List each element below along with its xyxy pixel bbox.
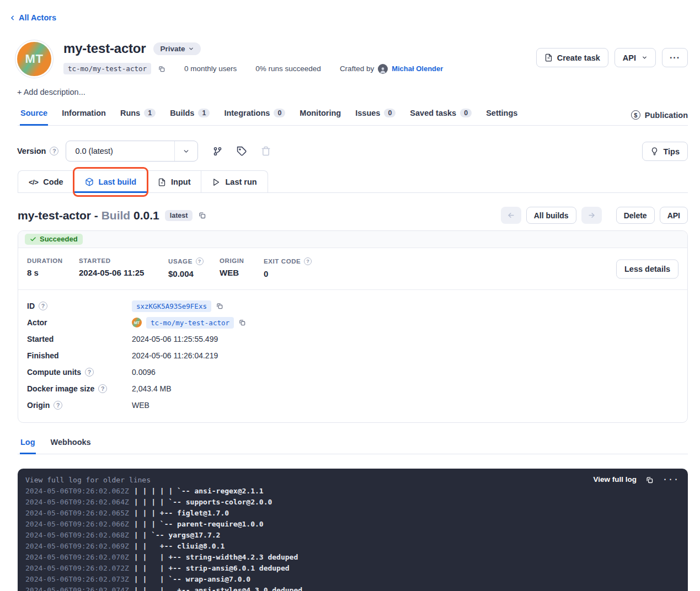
tag-icon[interactable] [237, 146, 247, 157]
delete-build-button[interactable]: Delete [616, 207, 655, 224]
copy-log-icon[interactable] [645, 476, 654, 484]
help-icon[interactable]: ? [50, 147, 58, 155]
stat-label: USAGE? [168, 257, 220, 265]
chevron-down-icon [174, 141, 197, 161]
log-timestamp: 2024-05-06T09:26:02.068Z [25, 530, 129, 541]
log-timestamp: 2024-05-06T09:26:02.066Z [25, 519, 129, 530]
dollar-circle-icon: $ [631, 110, 640, 120]
detail-row-actor: ActorMTtc-mo/my-test-actor [27, 314, 678, 331]
create-task-button[interactable]: Create task [536, 48, 608, 67]
log-message: | | | +-- string-width@4.2.3 deduped [134, 552, 298, 563]
log-timestamp: 2024-05-06T09:26:02.065Z [25, 508, 129, 519]
help-icon[interactable]: ? [196, 257, 204, 265]
tab-label: Source [20, 109, 47, 117]
author-link[interactable]: Michał Olender [392, 65, 443, 73]
value-badge[interactable]: tc-mo/my-test-actor [146, 317, 234, 329]
subtab-code[interactable]: </>Code [18, 171, 74, 192]
log-timestamp: 2024-05-06T09:26:02.074Z [25, 585, 129, 591]
tab-runs[interactable]: Runs1 [120, 108, 156, 126]
value-badge[interactable]: sxzKGK5A93Se9FExs [132, 300, 211, 312]
tab-builds[interactable]: Builds1 [169, 108, 210, 126]
breadcrumb[interactable]: All Actors [9, 13, 56, 22]
stat-duration: DURATION8 s [27, 257, 79, 278]
tab-count-badge: 1 [198, 109, 210, 117]
less-details-button[interactable]: Less details [616, 259, 678, 278]
log-line: 2024-05-06T09:26:02.064Z| | | | `-- supp… [25, 497, 688, 508]
log-timestamp: 2024-05-06T09:26:02.062Z [25, 486, 129, 497]
log-timestamp: 2024-05-06T09:26:02.064Z [25, 497, 129, 508]
copy-icon[interactable] [216, 302, 223, 310]
crafted-by-label: Crafted by [340, 65, 374, 73]
breadcrumb-label: All Actors [19, 13, 56, 22]
author-avatar [378, 64, 388, 74]
subtab-last-run[interactable]: Last run [201, 171, 267, 192]
stat-label: ORIGIN [220, 257, 264, 264]
view-older-lines-link[interactable]: View full log for older lines [25, 475, 151, 486]
copy-icon[interactable] [158, 65, 165, 73]
detail-row-docker-image-size: Docker image size?2,043.4 MB [27, 380, 678, 397]
help-icon[interactable]: ? [304, 257, 312, 265]
add-description-link[interactable]: + Add description... [17, 88, 86, 96]
publication-link[interactable]: $ Publication [631, 110, 688, 120]
latest-badge: latest [165, 210, 193, 221]
lightbulb-icon [650, 147, 659, 155]
log-message: | | | +-- figlet@1.7.0 [134, 508, 229, 519]
tips-button[interactable]: Tips [642, 142, 688, 161]
tab-issues[interactable]: Issues0 [355, 108, 396, 126]
git-branch-icon[interactable] [212, 146, 223, 157]
detail-value: 0.0096 [132, 368, 156, 377]
log-more-icon[interactable]: ··· [662, 474, 679, 485]
document-icon [544, 53, 553, 62]
detail-label: Origin? [27, 401, 132, 410]
log-line: 2024-05-06T09:26:02.074Z| | | +-- ansi-s… [25, 585, 688, 591]
monthly-users-stat: 0 monthly users [184, 65, 237, 73]
help-icon[interactable]: ? [39, 302, 47, 310]
tab-settings[interactable]: Settings [485, 108, 518, 126]
previous-build-button[interactable] [501, 207, 521, 224]
next-build-button[interactable] [581, 207, 602, 224]
log-timestamp: 2024-05-06T09:26:02.070Z [25, 552, 129, 563]
visibility-dropdown[interactable]: Private [153, 42, 201, 55]
subtab-last-build[interactable]: Last build [74, 171, 147, 192]
copy-icon[interactable] [238, 319, 246, 326]
actor-build-page: All Actors MT my-test-actor Private tc-m… [0, 0, 700, 591]
chevron-left-icon [9, 14, 16, 22]
build-details-panel: Succeeded DURATION8 sSTARTED2024-05-06 1… [18, 230, 688, 423]
log-tab-webhooks[interactable]: Webhooks [50, 437, 92, 454]
build-api-button[interactable]: API [660, 207, 688, 224]
play-icon [212, 178, 220, 186]
log-message: | | +-- cliui@8.0.1 [134, 541, 225, 552]
log-timestamp: 2024-05-06T09:26:02.073Z [25, 574, 129, 585]
build-log-terminal[interactable]: View full log for older lines 2024-05-06… [18, 469, 688, 591]
detail-value: WEB [132, 401, 149, 410]
code-icon: </> [29, 178, 38, 186]
main-tabs: SourceInformationRuns1Builds1Integration… [18, 108, 688, 126]
page-title: my-test-actor [63, 41, 146, 56]
help-icon[interactable]: ? [85, 368, 94, 377]
version-select[interactable]: 0.0 (latest) [66, 141, 198, 162]
tab-information[interactable]: Information [61, 108, 106, 126]
trash-icon [261, 146, 271, 156]
view-full-log-button[interactable]: View full log [593, 474, 637, 485]
tab-integrations[interactable]: Integrations0 [223, 108, 286, 126]
more-actions-button[interactable]: ··· [662, 48, 688, 67]
log-tab-log[interactable]: Log [20, 437, 36, 454]
subtab-label: Input [171, 178, 190, 186]
all-builds-button[interactable]: All builds [526, 207, 576, 224]
tab-monitoring[interactable]: Monitoring [299, 108, 341, 126]
subtab-input[interactable]: Input [147, 171, 201, 192]
detail-label: ID? [27, 302, 132, 310]
help-icon[interactable]: ? [54, 401, 62, 410]
tab-count-badge: 0 [274, 109, 285, 117]
actor-handle-badge[interactable]: tc-mo/my-test-actor [63, 63, 151, 74]
tab-source[interactable]: Source [20, 108, 48, 126]
log-message: | | | `-- parent-require@1.0.0 [134, 519, 264, 530]
detail-value: 2,043.4 MB [132, 384, 172, 393]
help-icon[interactable]: ? [98, 384, 107, 393]
tab-saved-tasks[interactable]: Saved tasks0 [409, 108, 472, 126]
detail-value: MTtc-mo/my-test-actor [132, 317, 246, 329]
detail-value: 2024-05-06 11:26:04.219 [132, 351, 218, 360]
copy-icon[interactable] [198, 211, 206, 219]
log-message: | | | +-- ansi-styles@4.3.0 deduped [134, 585, 302, 591]
api-dropdown-button[interactable]: API [614, 48, 656, 67]
